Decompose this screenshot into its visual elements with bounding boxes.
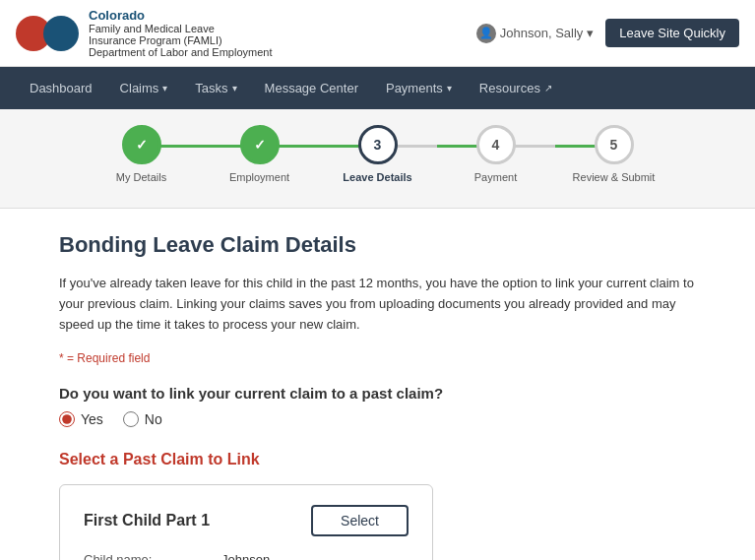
main-nav: Dashboard Claims▾ Tasks▾ Message Center …	[0, 67, 755, 109]
link-question: Do you want to link your current claim t…	[59, 385, 696, 402]
step-2-label: Employment	[229, 170, 289, 184]
user-dropdown-icon: ▾	[587, 26, 594, 40]
required-note: * = Required field	[59, 351, 696, 365]
header: Colorado Family and Medical Leave Insura…	[0, 0, 755, 67]
step-4-circle: 4	[476, 125, 516, 164]
child-name-label: Child name:	[84, 552, 221, 560]
past-claim-section-title: Select a Past Claim to Link	[59, 451, 696, 468]
step-2: Employment	[201, 125, 319, 184]
header-left: Colorado Family and Medical Leave Insura…	[16, 8, 273, 58]
step-2-checkmark	[254, 137, 266, 153]
steps-container: My Details Employment 3 Leave Details 4 …	[0, 109, 755, 209]
step-1: My Details	[83, 125, 201, 184]
step-4-label: Payment	[474, 170, 517, 184]
nav-payments[interactable]: Payments▾	[372, 67, 466, 109]
step-3-label: Leave Details	[343, 170, 411, 184]
page-title: Bonding Leave Claim Details	[59, 232, 696, 258]
leave-site-button[interactable]: Leave Site Quickly	[605, 19, 739, 47]
radio-yes-option[interactable]: Yes	[59, 411, 103, 427]
radio-no-option[interactable]: No	[123, 411, 162, 427]
department: Department of Labor and Employment	[89, 46, 273, 58]
claims-dropdown-icon: ▾	[162, 83, 167, 93]
logo-blue	[43, 16, 79, 51]
nav-message-center[interactable]: Message Center	[251, 67, 372, 109]
nav-dashboard[interactable]: Dashboard	[16, 67, 106, 109]
program-subtitle: Family and Medical Leave	[89, 23, 273, 34]
info-text: If you've already taken leave for this c…	[59, 274, 696, 335]
steps: My Details Employment 3 Leave Details 4 …	[0, 125, 755, 184]
header-text: Colorado Family and Medical Leave Insura…	[89, 8, 273, 58]
user-menu[interactable]: 👤 Johnson, Sally ▾	[476, 24, 595, 43]
step-3: 3 Leave Details	[319, 125, 437, 184]
step-3-circle: 3	[358, 125, 398, 164]
step-1-checkmark	[136, 137, 148, 153]
resources-external-icon: ↗	[544, 83, 552, 93]
payments-dropdown-icon: ▾	[447, 83, 452, 93]
child-name-value: Johnson	[221, 552, 270, 560]
step-5-circle: 5	[595, 125, 634, 164]
header-right: 👤 Johnson, Sally ▾ Leave Site Quickly	[476, 19, 739, 47]
radio-yes-label: Yes	[81, 411, 103, 427]
user-avatar-icon: 👤	[476, 24, 496, 43]
link-radio-group: Yes No	[59, 411, 696, 427]
main-content: Bonding Leave Claim Details If you've al…	[0, 209, 755, 560]
radio-no-label: No	[145, 411, 162, 427]
step-1-circle	[122, 125, 161, 164]
step-2-circle	[240, 125, 280, 164]
claim-field-child-name: Child name: Johnson	[84, 552, 409, 560]
claim-card-header: First Child Part 1 Select	[84, 505, 409, 536]
nav-resources[interactable]: Resources↗	[466, 67, 566, 109]
radio-no-input[interactable]	[123, 411, 139, 427]
step-5: 5 Review & Submit	[555, 125, 673, 184]
user-name: Johnson, Sally	[500, 26, 584, 40]
claim-card: First Child Part 1 Select Child name: Jo…	[59, 484, 433, 560]
radio-yes-input[interactable]	[59, 411, 75, 427]
nav-tasks[interactable]: Tasks▾	[181, 67, 250, 109]
select-button[interactable]: Select	[311, 505, 409, 536]
program-full: Insurance Program (FAMLI)	[89, 34, 273, 46]
program-title: Colorado	[89, 8, 273, 23]
claim-title: First Child Part 1	[84, 512, 210, 529]
required-asterisk: *	[59, 351, 64, 365]
tasks-dropdown-icon: ▾	[232, 83, 237, 93]
step-1-label: My Details	[116, 170, 166, 184]
nav-claims[interactable]: Claims▾	[106, 67, 182, 109]
step-5-label: Review & Submit	[573, 170, 656, 184]
step-4: 4 Payment	[437, 125, 555, 184]
